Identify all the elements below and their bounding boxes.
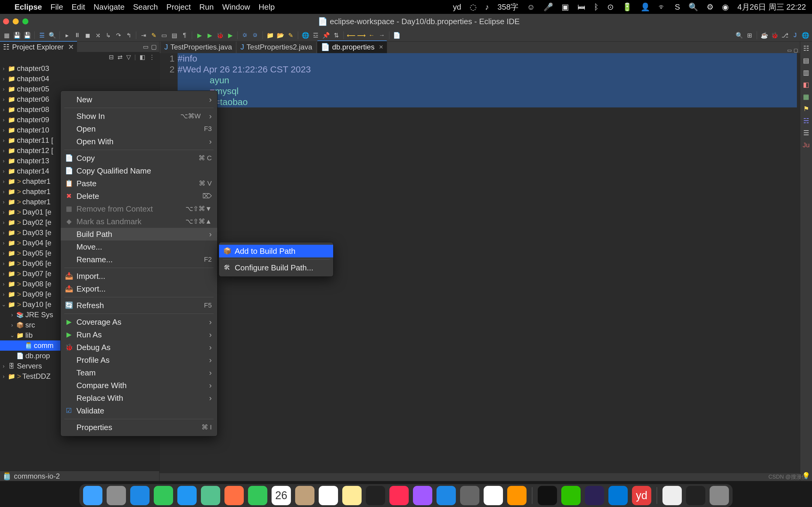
dock-music[interactable]: [389, 486, 409, 505]
tasklist-view-icon[interactable]: ▤: [803, 57, 809, 65]
nav-fwd-button[interactable]: →: [377, 31, 386, 40]
markers-view-icon[interactable]: ▦: [803, 93, 809, 101]
search-icon[interactable]: 🔍: [735, 31, 744, 40]
app-menu[interactable]: Eclipse: [14, 2, 42, 12]
buildpath-submenu[interactable]: 📦Add to Build Path🛠Configure Build Path.…: [219, 242, 334, 277]
dock-terminal[interactable]: [686, 486, 705, 505]
link-editor-button[interactable]: ⇄: [116, 53, 124, 61]
step-into-button[interactable]: ↳: [104, 31, 112, 40]
disclosure-triangle[interactable]: ›: [1, 76, 6, 82]
disclosure-triangle[interactable]: ›: [1, 86, 6, 92]
profile-button[interactable]: ▶: [226, 31, 235, 40]
menu-item-show-in[interactable]: Show In⌥⌘W›: [61, 110, 217, 122]
perspective-java-button[interactable]: ☕: [760, 31, 768, 40]
disclosure-triangle[interactable]: ›: [1, 188, 6, 195]
menu-item-import-[interactable]: 📥Import...: [61, 270, 217, 282]
navigator-view-icon[interactable]: ⚑: [803, 105, 809, 113]
status-control-icon[interactable]: ⚙: [707, 2, 714, 12]
project-explorer-tab[interactable]: ☷ Project Explorer ✕: [0, 41, 77, 53]
disclosure-triangle[interactable]: ›: [1, 261, 6, 267]
filter-button[interactable]: ▽: [124, 53, 133, 61]
status-wifi-icon[interactable]: ᯤ: [659, 2, 666, 12]
status-car-icon[interactable]: 🛏: [577, 2, 586, 12]
disclosure-triangle[interactable]: ›: [1, 250, 6, 257]
menu-item-debug-as[interactable]: 🐞Debug As›: [61, 341, 217, 354]
show-whitespace-button[interactable]: ▤: [170, 31, 179, 40]
save-button[interactable]: 💾: [13, 31, 21, 40]
highlight-button[interactable]: ✎: [150, 31, 158, 40]
dock-facetime[interactable]: [248, 486, 267, 505]
open-perspective-button[interactable]: ⊞: [745, 31, 754, 40]
dock-mail[interactable]: [177, 486, 197, 505]
submenu-item-configure-build-path-[interactable]: 🛠Configure Build Path...: [219, 261, 333, 274]
tree-item[interactable]: ›📁chapter04: [0, 74, 159, 84]
new-wizard-button[interactable]: 📄: [392, 31, 401, 40]
forward-button[interactable]: ⟶: [357, 31, 365, 40]
minimize-view-button[interactable]: ▭: [142, 43, 149, 51]
disconnect-button[interactable]: ⤨: [94, 31, 102, 40]
close-tab-button[interactable]: ✕: [379, 44, 383, 50]
disclosure-triangle[interactable]: ›: [1, 230, 6, 236]
menu-item-profile-as[interactable]: Profile As›: [61, 354, 217, 367]
tip-bulb-icon[interactable]: 💡: [802, 472, 810, 480]
menu-item-copy[interactable]: 📄Copy⌘ C: [61, 152, 217, 164]
browser-button[interactable]: 🌐: [301, 31, 310, 40]
pause-button[interactable]: ⏸: [73, 31, 82, 40]
menu-item-export-[interactable]: 📤Export...: [61, 282, 217, 295]
block-button[interactable]: ▭: [160, 31, 168, 40]
disclosure-triangle[interactable]: ⌄: [10, 332, 14, 339]
perspective-web-button[interactable]: 🌐: [801, 31, 810, 40]
console-view-icon[interactable]: ☰: [803, 129, 809, 137]
status-datetime[interactable]: 4月26日 周三 22:22: [738, 2, 806, 12]
menu-navigate[interactable]: Navigate: [94, 2, 125, 12]
menu-item-new[interactable]: New›: [61, 93, 217, 106]
dock-reminders[interactable]: [319, 486, 338, 505]
new-package-button[interactable]: 📁: [266, 31, 274, 40]
filter-button[interactable]: ⇅: [332, 31, 341, 40]
menu-item-replace-with[interactable]: Replace With›: [61, 392, 217, 404]
editor-tab-testproperties2[interactable]: J TestProperties2.java: [237, 41, 316, 53]
window-minimize-button[interactable]: [13, 18, 19, 24]
menu-help[interactable]: Help: [259, 2, 274, 12]
format-button[interactable]: ⇥: [139, 31, 148, 40]
disclosure-triangle[interactable]: ›: [1, 117, 6, 123]
focus-button[interactable]: ◧: [138, 53, 147, 61]
menu-item-open[interactable]: OpenF3: [61, 122, 217, 135]
dock-safari[interactable]: [130, 486, 150, 505]
disclosure-triangle[interactable]: ›: [1, 148, 6, 154]
perspective-debug-button[interactable]: 🐞: [770, 31, 779, 40]
window-zoom-button[interactable]: [22, 18, 29, 24]
dock-eclipse[interactable]: [585, 486, 604, 505]
dock-calendar[interactable]: 26: [271, 486, 291, 505]
menu-item-run-as[interactable]: ▶Run As›: [61, 328, 217, 341]
tree-item[interactable]: ›📁chapter03: [0, 63, 159, 74]
resume-button[interactable]: ▸: [63, 31, 71, 40]
window-close-button[interactable]: [3, 18, 9, 24]
menu-search[interactable]: Search: [133, 2, 158, 12]
status-play-icon[interactable]: ⊙: [607, 2, 614, 12]
dock-vscode[interactable]: [608, 486, 628, 505]
pilcrow-button[interactable]: ¶: [180, 31, 189, 40]
run-button[interactable]: ▶: [205, 31, 214, 40]
disclosure-triangle[interactable]: ›: [1, 291, 6, 297]
status-yd-icon[interactable]: yd: [453, 2, 461, 12]
disclosure-triangle[interactable]: ›: [1, 271, 6, 277]
server-debug-button[interactable]: ⛭: [251, 31, 259, 40]
new-class-button[interactable]: ✎: [286, 31, 295, 40]
collapse-all-button[interactable]: ⊟: [107, 53, 116, 61]
back-button[interactable]: ⟵: [347, 31, 355, 40]
menu-item-compare-with[interactable]: Compare With›: [61, 379, 217, 392]
palette-view-icon[interactable]: ◧: [803, 81, 809, 89]
dock-launchpad[interactable]: [107, 486, 126, 505]
outline-view-icon[interactable]: ☷: [803, 45, 809, 53]
disclosure-triangle[interactable]: ›: [1, 219, 6, 226]
status-user-icon[interactable]: 👤: [641, 2, 650, 12]
disclosure-triangle[interactable]: ›: [1, 209, 6, 216]
menu-item-paste[interactable]: 📋Paste⌘ V: [61, 177, 217, 190]
context-menu[interactable]: New›Show In⌥⌘W›OpenF3Open With›📄Copy⌘ C📄…: [60, 91, 217, 436]
status-input-icon[interactable]: S: [675, 2, 680, 12]
status-wechat-icon[interactable]: ◌: [470, 2, 477, 12]
declaration-view-icon[interactable]: ▥: [803, 69, 809, 77]
status-music-icon[interactable]: ♪: [485, 2, 489, 12]
menu-item-coverage-as[interactable]: ▶Coverage As›: [61, 316, 217, 328]
